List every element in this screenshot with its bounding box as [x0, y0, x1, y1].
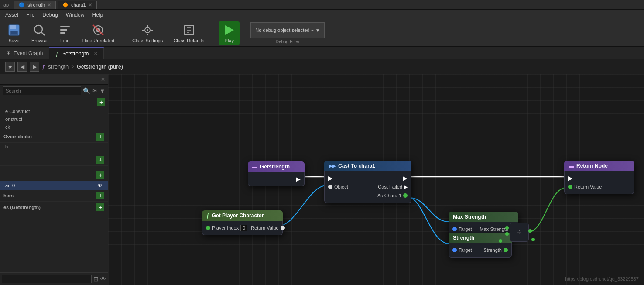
divide-in-bottom-pin — [505, 232, 509, 236]
add-section2-button[interactable]: + — [96, 171, 104, 179]
class-defaults-button[interactable]: Class Defaults — [170, 21, 208, 45]
sidebar-spacer — [0, 151, 108, 154]
find-icon — [58, 23, 72, 37]
search-input[interactable] — [3, 86, 81, 95]
node-strength-body: Target Strength — [449, 243, 512, 258]
getstrength-exec-out: ▶ — [296, 176, 301, 182]
bookmark-button[interactable]: ★ — [5, 62, 15, 72]
node-cast-to-chara1[interactable]: ▶▶ Cast To chara1 ▶ ▶ Object — [324, 161, 411, 203]
eye-icon[interactable]: 👁 — [92, 88, 98, 94]
node-return-header: ▬ Return Node — [564, 161, 634, 171]
node-strength[interactable]: Strength Target Strength — [449, 233, 512, 258]
bc-func-icon: ƒ — [42, 63, 45, 70]
titlebar: ap 🔵 strength ✕ 🔶 chara1 ✕ — [0, 0, 644, 10]
gpc-header-icon: ƒ — [206, 213, 209, 219]
strength-target-pin: Target — [452, 247, 472, 253]
sidebar-item-ar0[interactable]: ar_0 👁 — [0, 181, 108, 190]
sidebar-item-onstruct[interactable]: onstruct — [0, 115, 108, 123]
gpc-return-dot — [281, 226, 285, 230]
class-defaults-icon — [182, 23, 196, 37]
save-label: Save — [8, 38, 19, 43]
toolbar-separator-2 — [213, 23, 213, 44]
tab-chara1-close[interactable]: ✕ — [89, 3, 92, 7]
sidebar-section-hers: hers + — [0, 190, 108, 202]
add-top-button[interactable]: + — [97, 98, 105, 106]
debug-filter-label: No debug object selected ~ — [255, 27, 314, 33]
svg-rect-3 — [11, 31, 17, 34]
svg-line-11 — [93, 25, 103, 35]
hide-unrelated-icon — [91, 23, 105, 37]
gpc-return-label: Return Value — [251, 225, 278, 230]
menu-help[interactable]: Help — [89, 11, 106, 19]
getstrength-close-icon[interactable]: ✕ — [94, 51, 97, 56]
strength-out-pin: Strength — [483, 247, 508, 253]
node-gpc-body: Player Index 0 Return Value — [202, 221, 283, 235]
tab-strength[interactable]: 🔵 strength ✕ — [14, 1, 56, 9]
debug-filter-button[interactable]: No debug object selected ~ ▼ — [250, 22, 325, 38]
debug-filter-sub: Debug Filter — [250, 39, 325, 44]
sidebar-item-construct[interactable]: e Construct — [0, 107, 108, 115]
cast-failed-pin: ▶ Cast Failed — [378, 184, 408, 190]
tab-event-graph[interactable]: ⊞ Event Graph — [0, 47, 49, 59]
svg-rect-1 — [10, 25, 16, 29]
node-divide[interactable]: ÷ — [510, 223, 529, 242]
cast-object-row: Object ▶ Cast Failed — [325, 182, 411, 191]
strength-target-row: Target Strength — [449, 246, 511, 254]
sidebar-bottom-grid-icon[interactable]: ⊞ — [93, 275, 99, 282]
play-button[interactable]: Play — [219, 21, 240, 45]
strength-header-label: Strength — [453, 235, 474, 241]
strength-right-label: Strength — [483, 247, 502, 253]
node-cast-body: ▶ ▶ Object ▶ Cast Failed — [324, 171, 411, 203]
cast-header-icon: ▶▶ — [329, 163, 336, 169]
max-strength-label: Max Strength — [453, 214, 486, 220]
browse-button[interactable]: Browse — [28, 21, 51, 45]
node-return[interactable]: ▬ Return Node ▶ Return Value — [564, 161, 634, 194]
menu-file[interactable]: File — [23, 11, 38, 19]
graph-tabbar: ⊞ Event Graph ƒ Getstrength ✕ — [0, 47, 644, 59]
sidebar-item-onstruct-label: onstruct — [5, 117, 22, 122]
sidebar-bottom-search[interactable] — [2, 275, 92, 283]
svg-rect-7 — [60, 29, 67, 31]
tab-getstrength[interactable]: ƒ Getstrength ✕ — [49, 47, 104, 59]
hide-unrelated-button[interactable]: Hide Unrelated — [79, 21, 118, 45]
sidebar-section-getstrength: es (Getstrength) + — [0, 202, 108, 213]
event-graph-label: Event Graph — [14, 50, 43, 56]
filter-icon[interactable]: ▼ — [99, 88, 105, 94]
add-overridable-button[interactable]: + — [96, 133, 104, 141]
sidebar-bottom-eye-icon[interactable]: 👁 — [100, 276, 106, 282]
bc-strength[interactable]: strength — [48, 63, 69, 70]
search-icon[interactable]: 🔍 — [83, 87, 90, 94]
add-section-button[interactable]: + — [96, 156, 104, 164]
visibility-icon[interactable]: 👁 — [97, 182, 103, 189]
node-return-body: ▶ Return Value — [564, 171, 634, 194]
back-button[interactable]: ◀ — [17, 62, 27, 72]
tab-strength-close[interactable]: ✕ — [48, 3, 51, 7]
add-hers-button[interactable]: + — [96, 192, 104, 199]
sidebar-item-h[interactable]: h — [0, 143, 108, 151]
graph-canvas[interactable]: ▬ Getstrength ▶ ▶▶ Cast To chara1 — [108, 74, 644, 285]
strength-target-label: Target — [459, 247, 472, 253]
menu-asset[interactable]: Asset — [2, 11, 22, 19]
cast-exec-in: ▶ — [328, 175, 333, 182]
player-index-value[interactable]: 0 — [240, 225, 247, 231]
sidebar-header: t ✕ — [0, 74, 108, 85]
menu-window[interactable]: Window — [62, 11, 88, 19]
getstrength-header-icon: ▬ — [252, 164, 257, 170]
node-getstrength-header: ▬ Getstrength — [248, 161, 305, 172]
class-settings-button[interactable]: Class Settings — [129, 21, 166, 45]
save-button[interactable]: Save — [3, 21, 24, 45]
forward-button[interactable]: ▶ — [30, 62, 39, 72]
breadcrumb-bar: ★ ◀ ▶ ƒ strength > Getstrength (pure) — [0, 59, 644, 74]
sidebar-close-icon[interactable]: ✕ — [101, 76, 105, 82]
find-button[interactable]: Find — [55, 21, 75, 45]
node-get-player-character[interactable]: ƒ Get Player Character Player Index 0 Re… — [202, 210, 283, 235]
menu-debug[interactable]: Debug — [39, 11, 61, 19]
sidebar-item-ck[interactable]: ck — [0, 123, 108, 131]
tab-chara1[interactable]: 🔶 chara1 ✕ — [58, 1, 97, 9]
add-getstrength-button[interactable]: + — [96, 203, 104, 211]
overridable-label: Overridable) — [3, 134, 32, 139]
node-getstrength[interactable]: ▬ Getstrength ▶ — [248, 161, 305, 186]
svg-marker-22 — [225, 25, 234, 35]
event-graph-icon: ⊞ — [6, 50, 11, 56]
node-strength-header: Strength — [449, 233, 512, 243]
